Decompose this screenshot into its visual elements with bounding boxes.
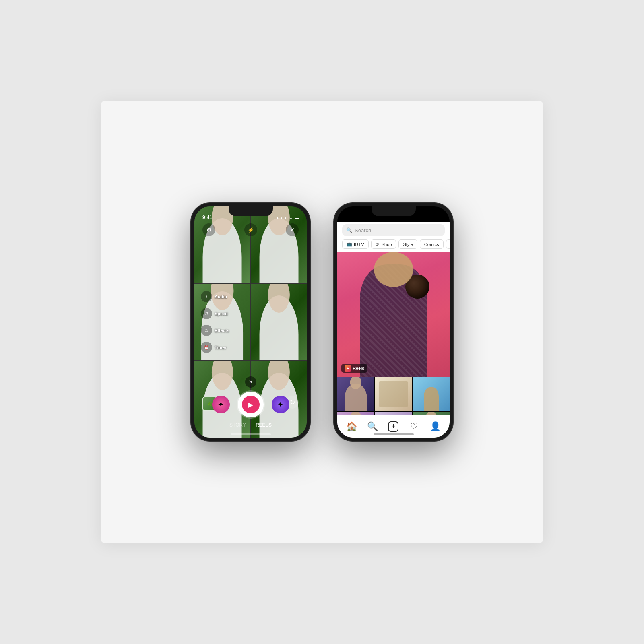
audio-icon: ♪ [201,291,212,302]
status-time: 9:41 [202,215,212,220]
camera-bottom-area: ✕ ✦ ▶ ✦ STORY REELS [194,388,307,438]
comics-label: Comics [424,242,439,247]
category-shop[interactable]: 🛍 Shop [371,239,396,249]
speed-menu-item[interactable]: ⏱ Speed [201,308,229,319]
home-nav-button[interactable]: 🏠 [345,419,359,434]
phone1-screen: 9:41 ▲▲▲ ▲ ▬ [194,206,307,438]
story-tab[interactable]: STORY [229,422,246,428]
battery-icon-2: ▬ [438,216,442,220]
signal-icon-2: ▲▲▲ [418,216,430,220]
reels-badge-icon: ▶ [345,365,351,372]
speed-label: Speed [215,311,228,316]
search-nav-button[interactable]: 🔍 [365,419,380,434]
phone-reels-camera: 9:41 ▲▲▲ ▲ ▬ [191,203,310,441]
thumb-person-3 [424,387,439,411]
timer-icon: ⏰ [201,342,212,353]
categories-row: 📺 IGTV 🛍 Shop Style Comics TV & Movi… [337,239,450,252]
search-bar[interactable]: 🔍 Search [342,224,445,236]
wifi-icon-2: ▲ [432,216,436,220]
camera-top-bar: ⚙ ⚡ ✕ [194,223,307,236]
reels-record-icon: ▶ [248,401,253,409]
shop-icon: 🛍 [376,242,380,247]
profile-nav-button[interactable]: 👤 [428,419,442,434]
capture-button[interactable]: ▶ [238,392,264,417]
shop-label: Shop [382,242,392,247]
heart-icon: ♡ [410,421,418,432]
timer-menu-item[interactable]: ⏰ Timer [201,342,229,353]
igtv-icon: 📺 [347,242,352,247]
reels-badge: ▶ Reels [341,364,367,373]
phone-explore: 9:41 ▲▲▲ ▲ ▬ 🔍 Search [334,203,453,441]
signal-icon: ▲▲▲ [275,216,287,220]
status-icons: ▲▲▲ ▲ ▬ [275,216,299,220]
profile-icon: 👤 [430,421,441,432]
effects-icon: ☺ [201,325,212,336]
camera-side-menu: ♪ Audio ⏱ Speed ☺ Effects ⏰ Timer [201,291,229,353]
style-label: Style [403,242,413,247]
person-silhouette-3 [259,295,298,361]
capture-btn-inner: ▶ [242,396,260,413]
reels-badge-label: Reels [353,366,364,371]
create-nav-button[interactable]: + [386,419,400,434]
home-indicator-2 [374,433,414,435]
category-igtv[interactable]: 📺 IGTV [342,239,369,249]
search-icon: 🔍 [346,227,352,233]
effects-label: Effects [215,328,229,333]
thumb-2[interactable] [375,377,412,411]
thumb-1[interactable] [337,377,374,411]
wifi-icon: ▲ [289,216,293,220]
phone2-screen: 9:41 ▲▲▲ ▲ ▬ 🔍 Search [337,206,450,438]
status-time-2: 9:41 [345,215,355,220]
dismiss-effects-button[interactable]: ✕ [245,376,256,388]
flash-icon[interactable]: ⚡ [244,223,257,236]
camera-cell-3 [251,284,307,360]
search-placeholder-text: Search [355,227,371,233]
explore-content: 🔍 Search 📺 IGTV 🛍 Shop Style [337,206,450,438]
scene: 9:41 ▲▲▲ ▲ ▬ [101,101,543,543]
activity-nav-button[interactable]: ♡ [407,419,421,434]
thumb-person-1 [345,384,367,411]
search-nav-icon: 🔍 [367,421,378,432]
hero-reel-image: ▶ Reels [337,252,450,377]
settings-icon[interactable]: ⚙ [202,223,215,236]
speed-icon: ⏱ [201,308,212,319]
timer-label: Timer [215,345,227,350]
category-style[interactable]: Style [398,239,417,249]
plus-icon: + [388,421,398,432]
status-icons-2: ▲▲▲ ▲ ▬ [418,216,442,220]
hero-person-head [374,252,413,287]
camera-mode-tabs: STORY REELS [194,421,307,431]
notch-2 [372,206,416,216]
effect-color-button[interactable]: ✦ [272,396,289,413]
notch [229,206,273,216]
reels-tab[interactable]: REELS [256,422,272,428]
capture-row: ✦ ▶ ✦ [194,388,307,421]
effect-sparkle-button[interactable]: ✦ [212,396,230,413]
igtv-label: IGTV [354,242,364,247]
close-icon[interactable]: ✕ [286,223,299,236]
search-bar-container: 🔍 Search [337,222,450,239]
category-tv-movies[interactable]: TV & Movi… [446,239,450,249]
home-icon: 🏠 [346,421,357,432]
effects-menu-item[interactable]: ☺ Effects [201,325,229,336]
thumb-3[interactable] [413,377,450,411]
category-comics[interactable]: Comics [420,239,444,249]
audio-menu-item[interactable]: ♪ Audio [201,291,229,302]
audio-label: Audio [215,294,227,299]
thumb-content-2 [379,381,408,407]
battery-icon: ▬ [295,216,299,220]
